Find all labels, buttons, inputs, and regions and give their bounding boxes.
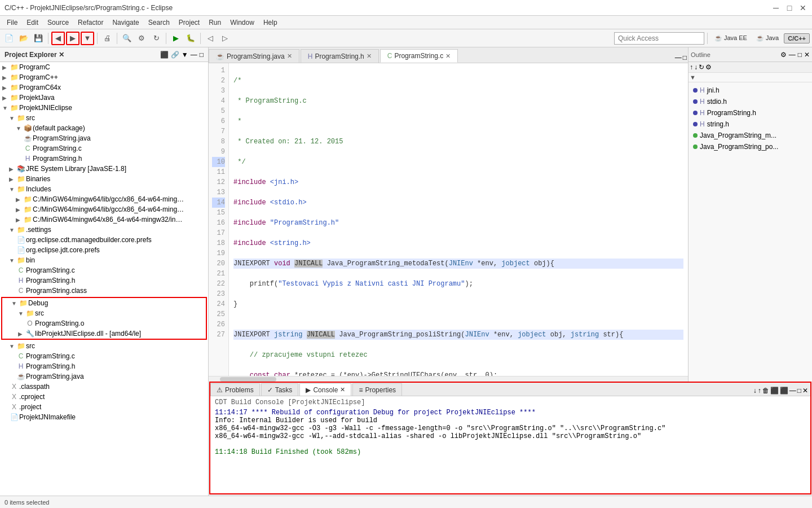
tree-item-bin-c[interactable]: C ProgramString.c: [0, 265, 208, 275]
quick-access-box[interactable]: [614, 32, 704, 45]
tab-close-c[interactable]: ✕: [445, 52, 451, 60]
tree-item-src[interactable]: ▼ 📁 src: [0, 113, 208, 123]
menu-file[interactable]: File: [2, 17, 22, 28]
tab-close-java[interactable]: ✕: [287, 52, 292, 60]
tab-properties[interactable]: ≡ Properties: [352, 383, 402, 396]
menu-navigate[interactable]: Navigate: [108, 17, 143, 28]
maximize-button[interactable]: □: [785, 3, 794, 12]
tree-item-programstring-o[interactable]: O ProgramString.o: [2, 318, 206, 329]
tree-item-debug-src[interactable]: ▼ 📁 src: [2, 308, 206, 318]
menu-help[interactable]: Help: [259, 17, 282, 28]
right-tb-btn-3[interactable]: ↻: [699, 63, 704, 71]
tree-item-include-3[interactable]: ▶ 📁 C:/MinGW64/mingw64/x86_64-w64-mingw3…: [0, 214, 208, 225]
tree-item-projektjava[interactable]: ▶ 📁 ProjektJava: [0, 93, 208, 103]
console-tab-close[interactable]: ✕: [340, 386, 345, 393]
tree-item-jdt-prefs[interactable]: 📄 org.eclipse.jdt.core.prefs: [0, 245, 208, 255]
tab-programstring-c[interactable]: C ProgramString.c ✕: [380, 49, 458, 63]
right-tb-btn-1[interactable]: ↑: [690, 63, 693, 71]
editor-scrollbar[interactable]: [209, 376, 688, 382]
tree-item-default-package[interactable]: ▼ 📦 (default package): [0, 123, 208, 133]
right-file-programstring-h[interactable]: H ProgramString.h: [691, 107, 810, 119]
right-file-string-h[interactable]: H string.h: [691, 119, 810, 130]
tab-close-h[interactable]: ✕: [367, 52, 372, 60]
tree-item-libprojekt[interactable]: ▶ 🔧 libProjektJNIEclipse.dll - [amd64/le…: [2, 329, 206, 339]
editor-minimize-icon[interactable]: —: [675, 54, 682, 62]
new-button[interactable]: 📄: [2, 32, 16, 45]
quick-access-input[interactable]: [618, 34, 691, 42]
down-button[interactable]: ▼: [81, 32, 94, 45]
console-tb1-icon[interactable]: ⬛: [770, 387, 779, 395]
console-maximize-icon[interactable]: □: [797, 387, 801, 395]
tree-item-jre[interactable]: ▶ 📚 JRE System Library [JavaSE-1.8]: [0, 164, 208, 174]
tree-item-programc64x[interactable]: ▶ 📁 ProgramC64x: [0, 82, 208, 93]
console-clear-icon[interactable]: 🗑: [762, 387, 769, 395]
tree-item-debug[interactable]: ▼ 📁 Debug: [2, 298, 206, 308]
close-button[interactable]: ✕: [798, 3, 807, 12]
right-tb-btn-4[interactable]: ⚙: [705, 63, 712, 71]
run-button[interactable]: ▶: [169, 32, 183, 45]
console-minimize-icon[interactable]: —: [789, 387, 796, 395]
forward-button[interactable]: ▶: [66, 32, 80, 45]
collapse-all-icon[interactable]: ⬛: [160, 51, 169, 59]
tree-item-bin-class[interactable]: C ProgramString.class: [0, 286, 208, 296]
menu-run[interactable]: Run: [204, 17, 226, 28]
search-button[interactable]: 🔍: [120, 32, 134, 45]
tree-item-src2-java[interactable]: ☕ ProgramString.java: [0, 371, 208, 382]
tab-programstring-java[interactable]: ☕ ProgramString.java ✕: [209, 49, 299, 63]
right-file-jni-h[interactable]: H jni.h: [691, 85, 810, 96]
console-tb2-icon[interactable]: ⬛: [780, 387, 788, 395]
right-close-icon[interactable]: ✕: [804, 51, 810, 59]
tab-programstring-h[interactable]: H ProgramString.h ✕: [301, 49, 379, 63]
tree-item-binaries[interactable]: ▶ 📁 Binaries: [0, 174, 208, 184]
right-minimize-icon[interactable]: —: [789, 51, 796, 59]
tree-item-programcpp[interactable]: ▶ 📁 ProgramC++: [0, 72, 208, 82]
tree-item-src2[interactable]: ▼ 📁 src: [0, 341, 208, 351]
tree-item-projektjnieclipse[interactable]: ▼ 📁 ProjektJNIEclipse: [0, 103, 208, 113]
code-content[interactable]: /* * ProgramString.c * * Created on: 21.…: [229, 63, 688, 376]
tree-item-cdt-prefs[interactable]: 📄 org.eclipse.cdt.managedbuilder.core.pr…: [0, 235, 208, 245]
print-button[interactable]: 🖨: [100, 32, 114, 45]
back-button[interactable]: ◀: [51, 32, 65, 45]
right-file-poslistring[interactable]: Java_ProgramString_po...: [691, 141, 810, 152]
tree-item-programstring-c-1[interactable]: C ProgramString.c: [0, 143, 208, 154]
save-button[interactable]: 💾: [32, 32, 45, 45]
right-maximize-icon[interactable]: □: [798, 51, 802, 59]
right-tb-btn-2[interactable]: ↓: [694, 63, 698, 71]
tab-problems[interactable]: ⚠ Problems: [210, 383, 260, 396]
perspective-cpp[interactable]: C/C++: [784, 33, 810, 43]
menu-edit[interactable]: Edit: [22, 17, 43, 28]
console-close-icon[interactable]: ✕: [802, 387, 808, 395]
tree-item-project[interactable]: X .project: [0, 402, 208, 412]
console-down-icon[interactable]: ↓: [753, 387, 757, 395]
view-menu-icon[interactable]: ▼: [182, 51, 188, 59]
editor-maximize-icon[interactable]: □: [683, 54, 687, 62]
perspective-java[interactable]: ☕ Java: [752, 33, 783, 43]
right-file-stdio-h[interactable]: H stdio.h: [691, 96, 810, 107]
tree-item-cproject[interactable]: X .cproject: [0, 392, 208, 402]
link-editor-icon[interactable]: 🔗: [171, 51, 179, 59]
tree-item-programstring-h-1[interactable]: H ProgramString.h: [0, 154, 208, 164]
debug-button[interactable]: 🐛: [184, 32, 197, 45]
right-file-metodatest[interactable]: Java_ProgramString_m...: [691, 130, 810, 141]
menu-source[interactable]: Source: [43, 17, 73, 28]
tree-item-makefile[interactable]: 📄 ProjektJNImakefile: [0, 412, 208, 422]
console-up-icon[interactable]: ↑: [758, 387, 761, 395]
menu-refactor[interactable]: Refactor: [73, 17, 108, 28]
menu-window[interactable]: Window: [226, 17, 259, 28]
next-edit-button[interactable]: ▷: [218, 32, 232, 45]
tab-console[interactable]: ▶ Console ✕: [299, 383, 351, 396]
tree-item-classpath[interactable]: X .classpath: [0, 382, 208, 392]
refresh-button[interactable]: ↻: [149, 32, 163, 45]
tree-item-bin-h[interactable]: H ProgramString.h: [0, 275, 208, 286]
tree-item-src2-c[interactable]: C ProgramString.c: [0, 351, 208, 361]
tree-item-programstring-java-1[interactable]: ☕ ProgramString.java: [0, 133, 208, 143]
tree-item-include-1[interactable]: ▶ 📁 C:/MinGW64/mingw64/lib/gcc/x86_64-w6…: [0, 194, 208, 204]
tree-item-programc[interactable]: ▶ 📁 ProgramC: [0, 62, 208, 72]
scrollbar-thumb[interactable]: [220, 377, 276, 382]
tree-item-settings[interactable]: ▼ 📁 .settings: [0, 225, 208, 235]
minimize-view-icon[interactable]: —: [191, 51, 197, 59]
menu-project[interactable]: Project: [174, 17, 204, 28]
maximize-view-icon[interactable]: □: [200, 51, 204, 59]
filter-button[interactable]: ⚙: [135, 32, 148, 45]
tree-item-bin[interactable]: ▼ 📁 bin: [0, 255, 208, 265]
